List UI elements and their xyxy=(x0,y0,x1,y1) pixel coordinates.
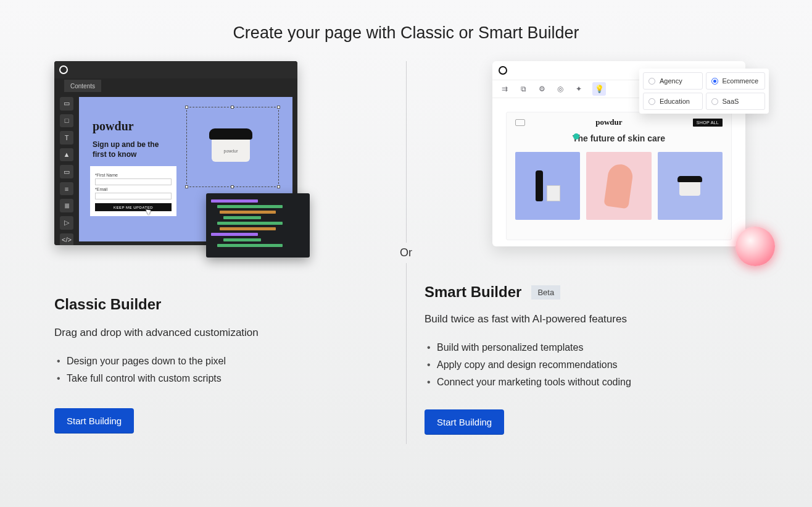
smart-preview: ⇉ ⧉ ⚙ ◎ ✦ 💡 powdur SHOP ALL The futu xyxy=(492,61,758,259)
smart-headline: The future of skin care xyxy=(515,133,723,143)
tube-icon xyxy=(536,170,543,201)
classic-sidebar: ▭ □ T ▲ ▭ ≡ ≣ ▷ </> xyxy=(54,92,79,245)
selected-element-frame[interactable]: powdur xyxy=(186,107,279,187)
smart-title-row: Smart Builder Beta xyxy=(425,283,758,301)
app-logo-icon xyxy=(499,66,507,75)
classic-preview: Contents ▭ □ T ▲ ▭ ≡ ≣ ▷ </> xyxy=(54,61,313,259)
chart-icon[interactable]: ⧉ xyxy=(518,84,528,94)
product-tile[interactable] xyxy=(586,152,651,220)
box-icon[interactable]: □ xyxy=(60,114,73,128)
page-title: Create your page with Classic or Smart B… xyxy=(0,0,812,61)
smart-start-building-button[interactable]: Start Building xyxy=(425,409,504,435)
canvas-form: *First Name *Email KEEP ME UPDATED xyxy=(90,166,176,216)
orb-icon xyxy=(735,227,775,266)
classic-bullet: Design your pages down to the pixel xyxy=(57,353,387,370)
category-saas[interactable]: SaaS xyxy=(706,93,766,110)
smart-column: ⇉ ⧉ ⚙ ◎ ✦ 💡 powdur SHOP ALL The futu xyxy=(425,61,758,435)
classic-tab-contents[interactable]: Contents xyxy=(64,80,101,92)
product-tile[interactable] xyxy=(515,152,580,220)
form-icon[interactable]: ≡ xyxy=(60,182,73,196)
canvas-brand-text: powdur xyxy=(93,119,134,133)
image-icon[interactable]: ▲ xyxy=(60,148,73,162)
box-icon xyxy=(547,185,560,201)
lightbulb-icon[interactable]: 💡 xyxy=(592,82,606,96)
smart-title: Smart Builder xyxy=(425,283,521,301)
classic-bullet: Take full control with custom scripts xyxy=(57,370,387,387)
jar-icon xyxy=(677,176,702,196)
radio-icon xyxy=(711,78,718,85)
sparkle-icon[interactable]: ✦ xyxy=(574,84,584,94)
form-firstname-input[interactable] xyxy=(95,178,172,185)
classic-start-building-button[interactable]: Start Building xyxy=(54,408,134,434)
target-icon[interactable]: ◎ xyxy=(555,84,565,94)
button-icon[interactable]: ▭ xyxy=(60,165,73,178)
layout-icon[interactable]: ⇉ xyxy=(500,84,510,94)
product-jar-icon: powdur xyxy=(209,128,252,162)
divider: Or xyxy=(400,61,412,444)
hand-icon xyxy=(603,163,634,209)
beta-badge: Beta xyxy=(531,285,560,300)
video-icon[interactable]: ▷ xyxy=(60,216,73,230)
app-logo-icon xyxy=(59,65,68,74)
list-icon[interactable]: ≣ xyxy=(60,199,73,212)
form-submit-button[interactable]: KEEP ME UPDATED xyxy=(95,203,172,211)
category-selector: Agency Ecommerce Education SaaS xyxy=(639,69,769,114)
form-email-label: *Email xyxy=(95,187,172,191)
shop-all-button[interactable]: SHOP ALL xyxy=(693,119,723,127)
accent-dot-icon xyxy=(573,133,579,140)
radio-icon xyxy=(648,78,655,85)
settings-icon[interactable]: ⚙ xyxy=(537,84,547,94)
radio-icon xyxy=(711,98,718,105)
smart-bullet: Apply copy and design recommendations xyxy=(427,356,758,374)
form-firstname-label: *First Name xyxy=(95,173,172,177)
card-icon xyxy=(515,119,525,126)
code-icon[interactable]: </> xyxy=(60,233,73,246)
smart-bullet: Build with personalized templates xyxy=(427,339,758,356)
category-ecommerce[interactable]: Ecommerce xyxy=(706,72,766,90)
smart-canvas[interactable]: powdur SHOP ALL The future of skin care xyxy=(506,112,732,240)
radio-icon xyxy=(648,98,655,105)
category-education[interactable]: Education xyxy=(643,93,703,110)
smart-brand-text: powdur xyxy=(595,117,622,127)
divider-or: Or xyxy=(400,243,412,263)
text-icon[interactable]: T xyxy=(60,131,73,145)
classic-subtitle: Drag and drop with advanced customizatio… xyxy=(54,327,387,339)
smart-bullets: Build with personalized templates Apply … xyxy=(425,339,758,391)
section-icon[interactable]: ▭ xyxy=(60,97,73,111)
classic-bullets: Design your pages down to the pixel Take… xyxy=(54,353,387,387)
classic-title: Classic Builder xyxy=(54,296,387,313)
category-agency[interactable]: Agency xyxy=(643,72,703,90)
classic-column: Contents ▭ □ T ▲ ▭ ≡ ≣ ▷ </> xyxy=(54,61,387,434)
canvas-headline: Sign up and be the first to know xyxy=(93,140,167,159)
smart-bullet: Connect your marketing tools without cod… xyxy=(427,374,758,391)
product-tile[interactable] xyxy=(658,152,723,220)
smart-subtitle: Build twice as fast with AI-powered feat… xyxy=(425,313,758,325)
form-email-input[interactable] xyxy=(95,193,172,199)
code-editor-overlay xyxy=(206,193,310,258)
